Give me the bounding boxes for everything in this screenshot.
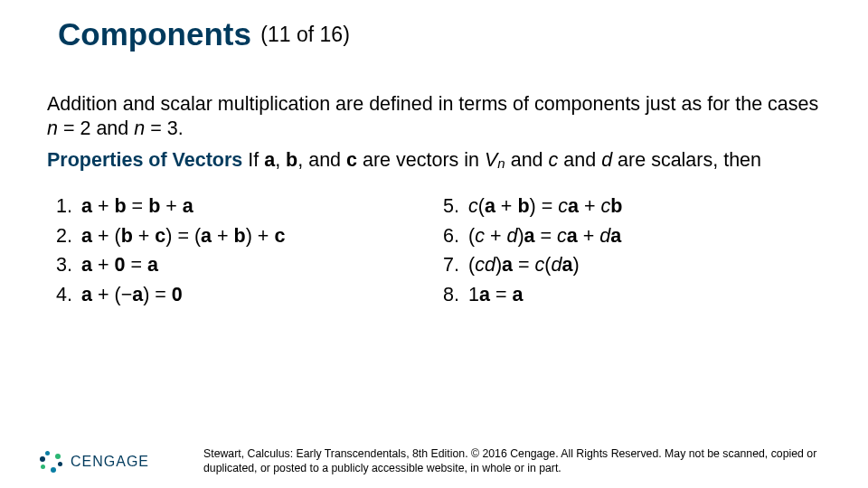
footer: CENGAGE Stewart, Calculus: Early Transce… <box>0 447 868 475</box>
slide-body: Addition and scalar multiplication are d… <box>0 52 868 313</box>
copyright-text: Stewart, Calculus: Early Transcendentals… <box>149 447 821 475</box>
properties-col-left: 1.a + b = b + a2.a + (b + c) = (a + b) +… <box>47 194 434 314</box>
slide-counter: (11 of 16) <box>260 23 349 46</box>
property-equation: a + 0 = a <box>81 253 158 277</box>
title-row: Components (11 of 16) <box>0 0 868 52</box>
property-item: 5.c(a + b) = ca + cb <box>434 194 821 219</box>
property-number: 6. <box>434 224 459 249</box>
property-number: 3. <box>47 253 72 277</box>
property-item: 3.a + 0 = a <box>47 253 434 277</box>
property-number: 7. <box>434 253 459 277</box>
property-equation: 1a = a <box>468 283 523 307</box>
property-number: 8. <box>434 283 459 307</box>
property-item: 6.(c + d)a = ca + da <box>434 224 821 249</box>
property-equation: (cd)a = c(da) <box>468 253 580 277</box>
properties-col-right: 5.c(a + b) = ca + cb6.(c + d)a = ca + da… <box>434 194 821 314</box>
property-item: 1.a + b = b + a <box>47 194 434 219</box>
property-item: 8.1a = a <box>434 283 821 307</box>
property-item: 2.a + (b + c) = (a + b) + c <box>47 224 434 249</box>
cengage-logo-text: CENGAGE <box>71 454 149 470</box>
property-equation: a + b = b + a <box>81 194 193 219</box>
property-equation: (c + d)a = ca + da <box>468 224 621 249</box>
property-equation: c(a + b) = ca + cb <box>468 194 622 219</box>
property-number: 2. <box>47 224 72 249</box>
property-item: 7.(cd)a = c(da) <box>434 253 821 277</box>
properties-lead: Properties of Vectors <box>47 149 242 171</box>
properties-columns: 1.a + b = b + a2.a + (b + c) = (a + b) +… <box>47 194 821 314</box>
property-equation: a + (b + c) = (a + b) + c <box>81 224 285 249</box>
property-number: 1. <box>47 194 72 219</box>
slide-title: Components <box>58 16 251 52</box>
properties-heading: Properties of Vectors If a, b, and c are… <box>47 148 821 173</box>
property-item: 4.a + (−a) = 0 <box>47 283 434 307</box>
cengage-logo: CENGAGE <box>40 450 149 474</box>
property-number: 4. <box>47 283 72 307</box>
property-number: 5. <box>434 194 459 219</box>
intro-paragraph: Addition and scalar multiplication are d… <box>47 92 821 141</box>
cengage-logo-mark-icon <box>40 450 63 474</box>
slide: Components (11 of 16) Addition and scala… <box>0 0 868 488</box>
property-equation: a + (−a) = 0 <box>81 283 183 307</box>
